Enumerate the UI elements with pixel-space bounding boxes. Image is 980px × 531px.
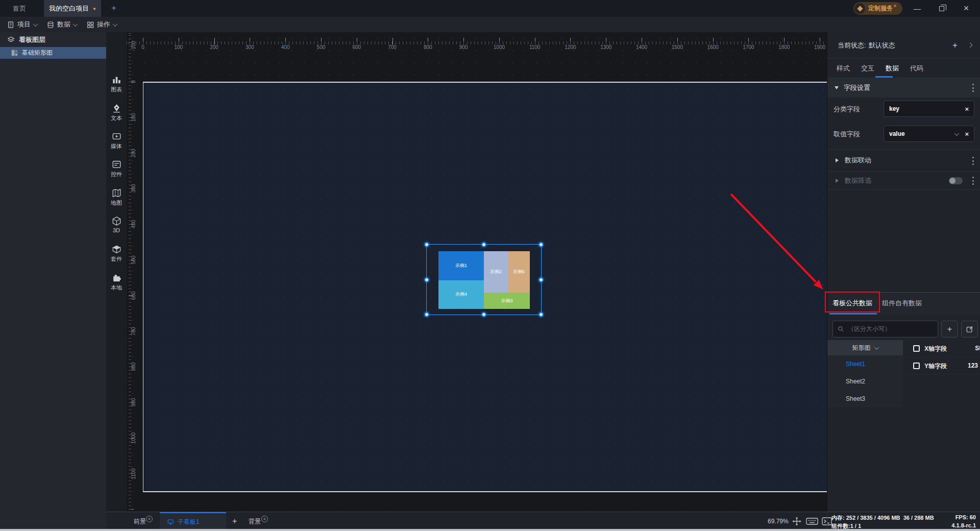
ruler-h-label: 1000 (489, 44, 509, 50)
ruler-h-label: 600 (347, 44, 367, 50)
resize-handle-s[interactable] (482, 312, 486, 317)
widget-toolbar: 图表 文本 媒体 控件 地图 3D 套件 本地 (106, 32, 127, 512)
edit-data-button[interactable] (961, 321, 978, 337)
toolbar-item-charts[interactable]: 图表 (106, 75, 127, 93)
control-panel-icon (112, 160, 121, 169)
clear-icon[interactable]: × (965, 130, 969, 138)
version-label: 4.1.8-rc.1 (951, 522, 976, 528)
fit-screen-icon[interactable] (792, 517, 801, 526)
layer-item-treemap[interactable]: 基础矩形图 (0, 47, 106, 59)
checkbox-icon[interactable] (913, 363, 920, 369)
toolbar-item-local[interactable]: 本地 (106, 273, 127, 292)
active-tab-underline (875, 76, 893, 78)
data-search-input[interactable]: （区分大小写） (832, 321, 938, 337)
search-icon (838, 326, 844, 332)
sheet-item-1[interactable]: Sheet1 (827, 355, 903, 373)
toolbar-item-kit[interactable]: 套件 (106, 245, 127, 263)
status-stats: 内存: 252 / 3835 / 4096 MB 36 / 288 MB FPS… (827, 512, 980, 531)
bar-chart-icon (112, 75, 121, 84)
sheet-item-2[interactable]: Sheet2 (827, 373, 903, 390)
data-linkage-row[interactable]: 数据联动 (827, 149, 980, 172)
add-data-button[interactable]: + (941, 321, 958, 337)
tab-interaction[interactable]: 交互 (861, 64, 874, 73)
fps-stat: FPS: 60 (955, 514, 976, 520)
ruler-h-label: 1600 (703, 44, 723, 50)
menu-data[interactable]: 数据 (47, 17, 77, 32)
category-field-input[interactable]: key × (884, 101, 974, 117)
component-count-label: 组件数: (831, 523, 850, 529)
add-background-icon[interactable]: + (261, 516, 268, 522)
tab-home[interactable]: 首页 (5, 0, 34, 17)
ruler-v-label: 700 (131, 321, 137, 342)
background-label[interactable]: 背景 (249, 512, 261, 531)
ruler-h-label: 1200 (560, 44, 580, 50)
toolbar-item-text[interactable]: 文本 (106, 104, 127, 122)
category-field-label: 分类字段 (834, 105, 860, 114)
toolbar-item-controls[interactable]: 控件 (106, 160, 127, 178)
menubar: 项目 数据 操作 发布 预览 (0, 17, 980, 32)
checkbox-icon[interactable] (913, 345, 920, 352)
tab-current-project[interactable]: 我的空白项目● (44, 0, 101, 17)
state-value: 默认状态 (869, 41, 895, 50)
window-titlebar: 首页 我的空白项目● + 定制服务 — × (0, 0, 980, 17)
tab-data[interactable]: 数据 (886, 64, 899, 73)
field-row-x[interactable]: X轴字段 Str (903, 340, 980, 357)
toolbar-item-label: 图表 (106, 86, 127, 93)
close-button[interactable]: × (955, 0, 977, 17)
toolbar-item-label: 套件 (106, 255, 127, 263)
data-filter-toggle[interactable] (949, 177, 963, 184)
new-tab-button[interactable]: + (107, 0, 120, 17)
ruler-v-label: 800 (131, 356, 137, 377)
field-row-y[interactable]: Y轴字段 123 (903, 357, 980, 375)
component-selection-box[interactable] (426, 244, 542, 315)
properties-panel: 当前状态: 默认状态 + 样式 交互 数据 代码 字段设置 分类字段 key ×… (827, 32, 980, 512)
add-state-button[interactable]: + (950, 40, 960, 51)
add-board-button[interactable]: + (232, 512, 237, 531)
data-linkage-label: 数据联动 (845, 156, 871, 165)
gem-icon (854, 3, 865, 14)
resize-handle-sw[interactable] (425, 312, 429, 317)
chevron-down-icon (954, 131, 960, 136)
zoom-level[interactable]: 69.79% (768, 512, 789, 531)
kebab-menu-icon[interactable] (972, 177, 974, 185)
add-foreground-icon[interactable]: + (146, 516, 153, 522)
toolbar-item-map[interactable]: 地图 (106, 188, 127, 207)
resize-handle-ne[interactable] (539, 243, 544, 247)
custom-service-badge[interactable]: 定制服务 (853, 2, 902, 15)
kebab-menu-icon[interactable] (972, 84, 974, 92)
toolbar-item-3d[interactable]: 3D (106, 216, 127, 233)
tab-code[interactable]: 代码 (910, 64, 923, 73)
toolbar-item-media[interactable]: 媒体 (106, 132, 127, 150)
document-icon (7, 21, 14, 29)
tab-component-own-data[interactable]: 组件自有数据 (882, 293, 922, 315)
restore-button[interactable] (931, 0, 952, 17)
resize-handle-n[interactable] (482, 243, 486, 247)
board-tab-active[interactable]: 子看板1 (160, 512, 226, 531)
resize-handle-nw[interactable] (425, 243, 429, 247)
clear-icon[interactable]: × (965, 105, 969, 113)
ruler-h-label: 900 (453, 44, 474, 50)
resize-handle-se[interactable] (539, 312, 544, 317)
tab-style[interactable]: 样式 (837, 64, 850, 73)
chevron-down-icon (73, 21, 78, 27)
dataset-type-dropdown[interactable]: 矩形图 (827, 340, 903, 355)
foreground-label[interactable]: 前景 (134, 512, 146, 531)
minimize-button[interactable]: — (906, 0, 928, 17)
pen-nib-icon (112, 104, 121, 113)
restore-icon (939, 6, 944, 11)
resize-handle-w[interactable] (425, 277, 429, 282)
tab-project-label: 我的空白项目 (49, 5, 89, 12)
keyboard-icon[interactable] (806, 517, 818, 526)
ruler-v-label: -100 (131, 36, 137, 56)
kebab-menu-icon[interactable] (972, 157, 974, 165)
toolbar-item-label: 媒体 (106, 142, 127, 150)
value-field-select[interactable]: value × (884, 126, 974, 142)
canvas-viewport[interactable]: 0100200300400500600700800900100011001200… (127, 32, 827, 512)
field-settings-header[interactable]: 字段设置 (827, 78, 980, 98)
data-filter-row[interactable]: 数据筛选 (827, 172, 980, 190)
field-type: 123 (968, 362, 978, 369)
menu-project[interactable]: 项目 (7, 17, 37, 32)
sheet-item-3[interactable]: Sheet3 (827, 390, 903, 407)
menu-operation[interactable]: 操作 (87, 17, 117, 32)
resize-handle-e[interactable] (539, 277, 544, 282)
